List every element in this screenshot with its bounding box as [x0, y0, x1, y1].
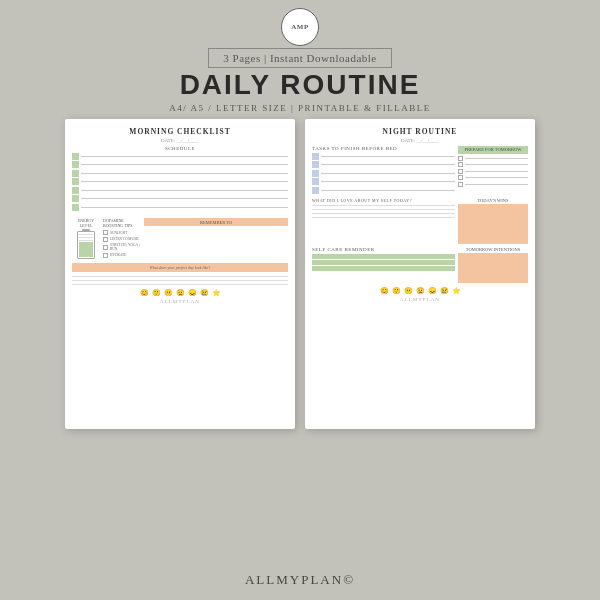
morning-title: MORNING CHECKLIST: [72, 127, 288, 136]
line: [81, 164, 288, 165]
pages-badge: 3 Pages | Instant Downloadable: [208, 48, 391, 68]
green-box: [72, 178, 79, 185]
green-box: [72, 153, 79, 160]
blue-box: [312, 178, 319, 185]
check-item: [458, 175, 528, 180]
tomorrow-right: TOMORROW INTENTIONS: [458, 247, 528, 283]
line: [321, 173, 455, 174]
dopamine-title: DOPAMINEBOOSTING TIPS: [103, 218, 141, 228]
emoji-cry: 😢: [200, 289, 209, 297]
checkbox[interactable]: [458, 175, 463, 180]
dopamine-col: DOPAMINEBOOSTING TIPS SUNLIGHT LISTEN TO…: [103, 218, 141, 259]
emoji-smile: 🙂: [152, 289, 161, 297]
schedule-row: [72, 170, 288, 177]
header: AMP 3 Pages | Instant Downloadable DAILY…: [12, 8, 588, 113]
check-text: HYDRATE: [110, 253, 126, 257]
line: [81, 190, 288, 191]
tasks-section: TASKS TO FINISH BEFORE BED: [312, 146, 528, 196]
task-row: [312, 187, 455, 194]
line: [465, 164, 528, 165]
main-container: AMP 3 Pages | Instant Downloadable DAILY…: [0, 0, 600, 600]
blue-box: [312, 153, 319, 160]
emoji-neutral: 😐: [164, 289, 173, 297]
emoji-sad: 😞: [188, 289, 197, 297]
schedule-row: [72, 178, 288, 185]
green-box: [72, 204, 79, 211]
task-row: [312, 153, 455, 160]
note-line: [72, 280, 288, 281]
notes-lines: [72, 276, 288, 285]
emoji-worried: 😟: [416, 287, 425, 295]
blue-box: [312, 161, 319, 168]
tasks-label: TASKS TO FINISH BEFORE BED: [312, 146, 455, 151]
energy-label: ENERGYLEVEL: [78, 218, 94, 228]
self-care-label: SELF CARE REMINDER: [312, 247, 455, 252]
night-title: NIGHT ROUTINE: [312, 127, 528, 136]
wins-label: TODAY'S WINS: [458, 198, 528, 203]
emoji-row: 😊 🙂 😐 😟 😞 😢 ⭐: [312, 287, 528, 295]
emoji-star: ⭐: [452, 287, 461, 295]
pages-area: MORNING CHECKLIST DATE: __/__/____ SCHED…: [12, 119, 588, 562]
love-line: [312, 209, 455, 210]
task-row: [312, 178, 455, 185]
morning-brand: ALLMYPLAN: [72, 299, 288, 304]
self-care-left: SELF CARE REMINDER: [312, 247, 455, 283]
schedule-row: [72, 195, 288, 202]
tasks-left: TASKS TO FINISH BEFORE BED: [312, 146, 455, 196]
love-line: [312, 217, 455, 218]
line: [81, 207, 288, 208]
tasks-right: PREPARE FOR TOMORROW: [458, 146, 528, 196]
line: [465, 158, 528, 159]
checkbox[interactable]: [458, 162, 463, 167]
love-section: WHAT DID I LOVE ABOUT MY SELF TODAY? TOD…: [312, 198, 528, 244]
emoji-sad: 😞: [428, 287, 437, 295]
green-box: [72, 195, 79, 202]
check-text: SUNLIGHT: [110, 231, 128, 235]
checkbox[interactable]: [458, 169, 463, 174]
night-page: NIGHT ROUTINE DATE: __/__/____ TASKS TO …: [305, 119, 535, 429]
emoji-star: ⭐: [212, 289, 221, 297]
note-line: [72, 284, 288, 285]
bottom-brand: ALLMYPLAN©: [245, 572, 355, 588]
energy-col: ENERGYLEVEL: [72, 218, 100, 259]
tomorrow-box: [458, 253, 528, 283]
night-date: DATE: __/__/____: [312, 138, 528, 143]
checkbox[interactable]: [103, 237, 108, 242]
task-row: [312, 161, 455, 168]
note-line: [72, 276, 288, 277]
tomorrow-label: TOMORROW INTENTIONS: [458, 247, 528, 252]
checkbox[interactable]: [103, 253, 108, 258]
checkbox[interactable]: [103, 245, 108, 250]
bottom-section: ENERGYLEVEL DOPAMINEBOOSTING TIPS: [72, 218, 288, 259]
schedule-row: [72, 187, 288, 194]
perfect-day-box: What does your perfect day look like?: [72, 263, 288, 272]
blue-box: [312, 170, 319, 177]
love-left: WHAT DID I LOVE ABOUT MY SELF TODAY?: [312, 198, 455, 244]
self-care-green-bar: [312, 266, 455, 271]
schedule-row: [72, 153, 288, 160]
wins-right: TODAY'S WINS: [458, 198, 528, 244]
checkbox[interactable]: [103, 230, 108, 235]
emoji-row: 😊 🙂 😐 😟 😞 😢 ⭐: [72, 289, 288, 297]
battery-lines: [79, 234, 93, 241]
love-line: [312, 213, 455, 214]
blue-box: [312, 187, 319, 194]
morning-page: MORNING CHECKLIST DATE: __/__/____ SCHED…: [65, 119, 295, 429]
emoji-smile: 🙂: [392, 287, 401, 295]
check-item: STRETCH | YOGA | RUN: [103, 243, 141, 251]
self-care-green-bar: [312, 260, 455, 265]
line: [81, 181, 288, 182]
checkbox[interactable]: [458, 182, 463, 187]
logo-text: AMP: [291, 23, 308, 31]
checkbox[interactable]: [458, 156, 463, 161]
line: [321, 190, 455, 191]
emoji-cry: 😢: [440, 287, 449, 295]
green-box: [72, 161, 79, 168]
line: [321, 164, 455, 165]
check-item: LISTEN TO MUSIC: [103, 237, 141, 242]
emoji-worried: 😟: [176, 289, 185, 297]
line: [321, 156, 455, 157]
check-item: [458, 162, 528, 167]
remember-lines: [144, 228, 288, 240]
schedule-section: [72, 153, 288, 213]
